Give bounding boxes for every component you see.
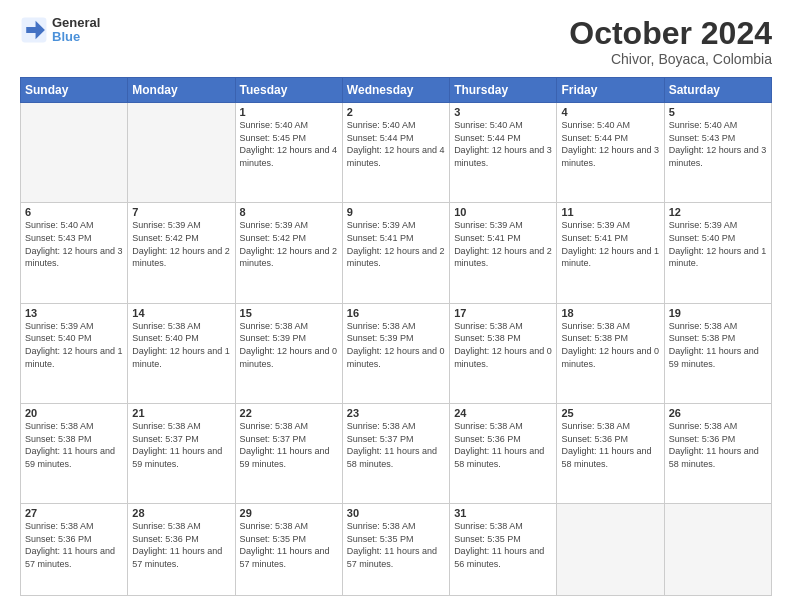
day-info: Sunrise: 5:38 AM Sunset: 5:35 PM Dayligh… — [347, 520, 445, 570]
calendar-title: October 2024 — [569, 16, 772, 51]
day-info: Sunrise: 5:38 AM Sunset: 5:38 PM Dayligh… — [25, 420, 123, 470]
day-info: Sunrise: 5:39 AM Sunset: 5:40 PM Dayligh… — [25, 320, 123, 370]
day-info: Sunrise: 5:39 AM Sunset: 5:41 PM Dayligh… — [561, 219, 659, 269]
day-cell: 2Sunrise: 5:40 AM Sunset: 5:44 PM Daylig… — [342, 103, 449, 203]
day-info: Sunrise: 5:38 AM Sunset: 5:40 PM Dayligh… — [132, 320, 230, 370]
day-info: Sunrise: 5:38 AM Sunset: 5:38 PM Dayligh… — [669, 320, 767, 370]
day-info: Sunrise: 5:38 AM Sunset: 5:39 PM Dayligh… — [240, 320, 338, 370]
day-cell: 16Sunrise: 5:38 AM Sunset: 5:39 PM Dayli… — [342, 303, 449, 403]
logo-line2: Blue — [52, 30, 100, 44]
day-cell: 28Sunrise: 5:38 AM Sunset: 5:36 PM Dayli… — [128, 504, 235, 596]
week-row-2: 13Sunrise: 5:39 AM Sunset: 5:40 PM Dayli… — [21, 303, 772, 403]
day-cell: 13Sunrise: 5:39 AM Sunset: 5:40 PM Dayli… — [21, 303, 128, 403]
day-cell: 12Sunrise: 5:39 AM Sunset: 5:40 PM Dayli… — [664, 203, 771, 303]
page: General Blue October 2024 Chivor, Boyaca… — [0, 0, 792, 612]
title-block: October 2024 Chivor, Boyaca, Colombia — [569, 16, 772, 67]
day-cell — [557, 504, 664, 596]
day-info: Sunrise: 5:40 AM Sunset: 5:44 PM Dayligh… — [347, 119, 445, 169]
header: General Blue October 2024 Chivor, Boyaca… — [20, 16, 772, 67]
day-number: 4 — [561, 106, 659, 118]
calendar-table: Sunday Monday Tuesday Wednesday Thursday… — [20, 77, 772, 596]
day-number: 14 — [132, 307, 230, 319]
day-number: 21 — [132, 407, 230, 419]
day-cell: 15Sunrise: 5:38 AM Sunset: 5:39 PM Dayli… — [235, 303, 342, 403]
day-number: 9 — [347, 206, 445, 218]
day-cell: 14Sunrise: 5:38 AM Sunset: 5:40 PM Dayli… — [128, 303, 235, 403]
day-info: Sunrise: 5:38 AM Sunset: 5:36 PM Dayligh… — [132, 520, 230, 570]
day-info: Sunrise: 5:39 AM Sunset: 5:42 PM Dayligh… — [240, 219, 338, 269]
day-cell: 10Sunrise: 5:39 AM Sunset: 5:41 PM Dayli… — [450, 203, 557, 303]
day-number: 7 — [132, 206, 230, 218]
week-row-3: 20Sunrise: 5:38 AM Sunset: 5:38 PM Dayli… — [21, 403, 772, 503]
day-cell: 11Sunrise: 5:39 AM Sunset: 5:41 PM Dayli… — [557, 203, 664, 303]
week-row-4: 27Sunrise: 5:38 AM Sunset: 5:36 PM Dayli… — [21, 504, 772, 596]
day-number: 3 — [454, 106, 552, 118]
day-number: 31 — [454, 507, 552, 519]
day-number: 11 — [561, 206, 659, 218]
day-info: Sunrise: 5:38 AM Sunset: 5:38 PM Dayligh… — [454, 320, 552, 370]
day-number: 30 — [347, 507, 445, 519]
day-number: 23 — [347, 407, 445, 419]
day-number: 6 — [25, 206, 123, 218]
day-number: 15 — [240, 307, 338, 319]
day-info: Sunrise: 5:40 AM Sunset: 5:45 PM Dayligh… — [240, 119, 338, 169]
day-number: 5 — [669, 106, 767, 118]
day-cell: 23Sunrise: 5:38 AM Sunset: 5:37 PM Dayli… — [342, 403, 449, 503]
day-info: Sunrise: 5:39 AM Sunset: 5:42 PM Dayligh… — [132, 219, 230, 269]
day-cell: 22Sunrise: 5:38 AM Sunset: 5:37 PM Dayli… — [235, 403, 342, 503]
logo: General Blue — [20, 16, 100, 45]
day-number: 27 — [25, 507, 123, 519]
day-cell: 8Sunrise: 5:39 AM Sunset: 5:42 PM Daylig… — [235, 203, 342, 303]
day-cell: 25Sunrise: 5:38 AM Sunset: 5:36 PM Dayli… — [557, 403, 664, 503]
day-number: 25 — [561, 407, 659, 419]
day-cell: 3Sunrise: 5:40 AM Sunset: 5:44 PM Daylig… — [450, 103, 557, 203]
day-cell: 21Sunrise: 5:38 AM Sunset: 5:37 PM Dayli… — [128, 403, 235, 503]
day-cell — [664, 504, 771, 596]
calendar-header-row: Sunday Monday Tuesday Wednesday Thursday… — [21, 78, 772, 103]
day-info: Sunrise: 5:40 AM Sunset: 5:44 PM Dayligh… — [561, 119, 659, 169]
calendar-subtitle: Chivor, Boyaca, Colombia — [569, 51, 772, 67]
day-info: Sunrise: 5:40 AM Sunset: 5:43 PM Dayligh… — [669, 119, 767, 169]
day-info: Sunrise: 5:38 AM Sunset: 5:38 PM Dayligh… — [561, 320, 659, 370]
day-cell: 17Sunrise: 5:38 AM Sunset: 5:38 PM Dayli… — [450, 303, 557, 403]
day-info: Sunrise: 5:39 AM Sunset: 5:41 PM Dayligh… — [347, 219, 445, 269]
day-cell: 4Sunrise: 5:40 AM Sunset: 5:44 PM Daylig… — [557, 103, 664, 203]
day-number: 20 — [25, 407, 123, 419]
header-tuesday: Tuesday — [235, 78, 342, 103]
day-cell: 7Sunrise: 5:39 AM Sunset: 5:42 PM Daylig… — [128, 203, 235, 303]
week-row-1: 6Sunrise: 5:40 AM Sunset: 5:43 PM Daylig… — [21, 203, 772, 303]
day-cell: 30Sunrise: 5:38 AM Sunset: 5:35 PM Dayli… — [342, 504, 449, 596]
day-info: Sunrise: 5:39 AM Sunset: 5:40 PM Dayligh… — [669, 219, 767, 269]
day-cell: 27Sunrise: 5:38 AM Sunset: 5:36 PM Dayli… — [21, 504, 128, 596]
day-cell: 24Sunrise: 5:38 AM Sunset: 5:36 PM Dayli… — [450, 403, 557, 503]
day-number: 13 — [25, 307, 123, 319]
day-info: Sunrise: 5:40 AM Sunset: 5:43 PM Dayligh… — [25, 219, 123, 269]
day-number: 12 — [669, 206, 767, 218]
day-info: Sunrise: 5:38 AM Sunset: 5:35 PM Dayligh… — [240, 520, 338, 570]
day-info: Sunrise: 5:38 AM Sunset: 5:39 PM Dayligh… — [347, 320, 445, 370]
day-info: Sunrise: 5:38 AM Sunset: 5:36 PM Dayligh… — [454, 420, 552, 470]
day-number: 22 — [240, 407, 338, 419]
day-info: Sunrise: 5:38 AM Sunset: 5:35 PM Dayligh… — [454, 520, 552, 570]
day-info: Sunrise: 5:38 AM Sunset: 5:36 PM Dayligh… — [669, 420, 767, 470]
day-info: Sunrise: 5:38 AM Sunset: 5:37 PM Dayligh… — [132, 420, 230, 470]
day-number: 17 — [454, 307, 552, 319]
header-monday: Monday — [128, 78, 235, 103]
day-info: Sunrise: 5:38 AM Sunset: 5:36 PM Dayligh… — [25, 520, 123, 570]
header-saturday: Saturday — [664, 78, 771, 103]
header-sunday: Sunday — [21, 78, 128, 103]
day-cell — [128, 103, 235, 203]
day-cell: 6Sunrise: 5:40 AM Sunset: 5:43 PM Daylig… — [21, 203, 128, 303]
day-number: 19 — [669, 307, 767, 319]
day-cell: 31Sunrise: 5:38 AM Sunset: 5:35 PM Dayli… — [450, 504, 557, 596]
logo-icon — [20, 16, 48, 44]
header-thursday: Thursday — [450, 78, 557, 103]
day-info: Sunrise: 5:38 AM Sunset: 5:37 PM Dayligh… — [240, 420, 338, 470]
day-number: 1 — [240, 106, 338, 118]
day-cell — [21, 103, 128, 203]
day-number: 29 — [240, 507, 338, 519]
day-number: 8 — [240, 206, 338, 218]
day-number: 10 — [454, 206, 552, 218]
day-number: 24 — [454, 407, 552, 419]
day-info: Sunrise: 5:39 AM Sunset: 5:41 PM Dayligh… — [454, 219, 552, 269]
